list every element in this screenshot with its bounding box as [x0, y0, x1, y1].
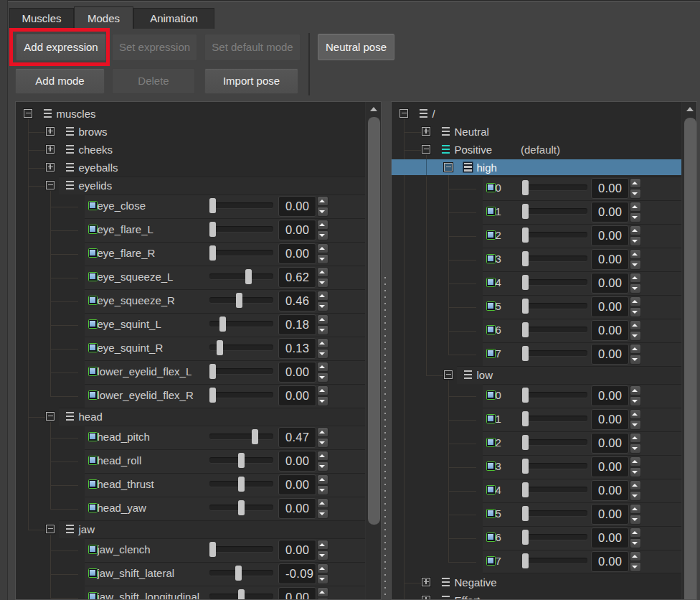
spinbox-down-arrow-icon[interactable]	[317, 349, 328, 359]
spinbox-value[interactable]: 0.00	[278, 220, 316, 240]
slider-groove[interactable]	[209, 226, 273, 232]
slider-groove[interactable]	[522, 463, 587, 469]
slider-groove[interactable]	[522, 416, 587, 421]
tree-group-row-negative[interactable]: Negative	[392, 573, 681, 591]
spinbox-down-arrow-icon[interactable]	[630, 396, 641, 406]
spinbox-up-arrow-icon[interactable]	[630, 480, 641, 490]
tree-item-row-5[interactable]: 50.00	[392, 502, 681, 526]
spinbox-up-arrow-icon[interactable]	[317, 385, 328, 395]
slider-handle[interactable]	[522, 299, 529, 314]
muscle-checkbox-icon[interactable]	[486, 485, 496, 494]
spinbox-down-arrow-icon[interactable]	[630, 355, 641, 365]
spinbox-value[interactable]: 0.00	[591, 202, 629, 222]
slider-handle[interactable]	[522, 388, 529, 403]
spinbox-down-arrow-icon[interactable]	[317, 207, 328, 217]
slider-groove[interactable]	[522, 534, 587, 540]
spinbox-up-arrow-icon[interactable]	[317, 314, 328, 324]
spinbox-up-arrow-icon[interactable]	[317, 427, 328, 437]
spinbox-down-arrow-icon[interactable]	[630, 491, 641, 501]
spinbox-up-arrow-icon[interactable]	[630, 456, 641, 467]
spinbox-value[interactable]: -0.09	[278, 563, 316, 584]
slider-handle[interactable]	[522, 530, 529, 545]
spinbox-up-arrow-icon[interactable]	[630, 528, 641, 538]
muscle-checkbox-icon[interactable]	[486, 207, 496, 216]
tree-item-row-2[interactable]: 20.00	[392, 224, 681, 248]
slider-groove[interactable]	[522, 208, 587, 214]
tree-group-row-positive[interactable]: Positive(default)	[392, 141, 681, 159]
slider-handle[interactable]	[522, 506, 529, 521]
spinbox-down-arrow-icon[interactable]	[317, 325, 328, 335]
expand-plus-icon[interactable]	[46, 163, 55, 172]
scrollbar-thumb[interactable]	[684, 118, 696, 600]
spinbox-up-arrow-icon[interactable]	[317, 498, 328, 508]
slider-handle[interactable]	[522, 251, 529, 266]
collapse-minus-icon[interactable]	[24, 109, 32, 118]
spinbox-down-arrow-icon[interactable]	[317, 485, 328, 495]
muscle-checkbox-icon[interactable]	[486, 556, 496, 566]
muscle-checkbox-icon[interactable]	[88, 390, 98, 400]
slider-handle[interactable]	[522, 204, 529, 219]
spinbox-value[interactable]: 0.00	[591, 504, 629, 525]
muscle-checkbox-icon[interactable]	[486, 183, 496, 192]
tree-item-row-1[interactable]: 10.00	[392, 408, 681, 431]
spinbox-value[interactable]: 0.00	[591, 178, 629, 199]
spinbox-down-arrow-icon[interactable]	[630, 283, 641, 294]
muscle-checkbox-icon[interactable]	[88, 432, 98, 441]
muscle-checkbox-icon[interactable]	[486, 438, 496, 447]
spinbox-up-arrow-icon[interactable]	[630, 409, 641, 419]
slider-groove[interactable]	[522, 303, 587, 309]
slider-groove[interactable]	[209, 202, 273, 208]
tree-item-row-1[interactable]: 10.00	[392, 200, 681, 224]
add-expression-button[interactable]: Add expression	[16, 34, 106, 61]
add-mode-button[interactable]: Add mode	[15, 68, 105, 94]
import-pose-button[interactable]: Import pose	[204, 68, 298, 94]
spinbox-up-arrow-icon[interactable]	[317, 540, 328, 550]
spinbox-down-arrow-icon[interactable]	[317, 230, 328, 240]
tree-item-row-6[interactable]: 60.00	[392, 526, 681, 550]
collapse-minus-icon[interactable]	[422, 145, 430, 154]
expand-plus-icon[interactable]	[46, 127, 55, 136]
tab-modes[interactable]: Modes	[74, 6, 133, 29]
spinbox-down-arrow-icon[interactable]	[630, 467, 641, 477]
spinbox-up-arrow-icon[interactable]	[317, 587, 328, 597]
spinbox-up-arrow-icon[interactable]	[317, 291, 328, 301]
spinbox-value[interactable]: 0.46	[278, 291, 316, 311]
tree-item-row-7[interactable]: 70.00	[392, 342, 681, 366]
slider-handle[interactable]	[235, 566, 242, 581]
slider-handle[interactable]	[245, 269, 252, 284]
slider-groove[interactable]	[522, 487, 587, 492]
muscle-checkbox-icon[interactable]	[88, 248, 98, 258]
slider-handle[interactable]	[238, 453, 245, 468]
mode-tree-scrollbar[interactable]	[681, 102, 697, 599]
muscle-checkbox-icon[interactable]	[486, 533, 496, 542]
spinbox-value[interactable]: 0.00	[278, 587, 316, 600]
expand-plus-icon[interactable]	[422, 127, 430, 136]
muscle-checkbox-icon[interactable]	[486, 461, 496, 471]
tree-item-row-eye-flare-l[interactable]: eye_flare_L0.00	[16, 218, 365, 242]
spinbox-up-arrow-icon[interactable]	[630, 202, 641, 212]
muscle-checkbox-icon[interactable]	[88, 272, 98, 281]
spinbox-down-arrow-icon[interactable]	[630, 189, 641, 199]
tree-item-row-jaw-shift-longitudinal[interactable]: jaw_shift_longitudinal0.00	[16, 586, 365, 600]
tree-group-row-effort[interactable]: Effort	[392, 591, 681, 600]
slider-handle[interactable]	[209, 542, 216, 557]
spinbox-value[interactable]: 0.00	[591, 249, 629, 270]
slider-handle[interactable]	[522, 435, 529, 450]
collapse-minus-icon[interactable]	[46, 412, 55, 421]
collapse-minus-icon[interactable]	[444, 370, 453, 379]
spinbox-up-arrow-icon[interactable]	[630, 385, 641, 395]
slider-handle[interactable]	[238, 477, 245, 492]
scrollbar-up-arrow-icon[interactable]	[682, 102, 697, 115]
set-expression-button[interactable]: Set expression	[112, 34, 197, 61]
slider-handle[interactable]	[522, 459, 529, 474]
collapse-minus-icon[interactable]	[399, 109, 408, 118]
spinbox-down-arrow-icon[interactable]	[630, 236, 641, 246]
slider-groove[interactable]	[522, 232, 587, 238]
spinbox-up-arrow-icon[interactable]	[630, 249, 641, 259]
tree-group-row-eyeballs[interactable]: eyeballs	[16, 159, 365, 177]
tree-item-row-3[interactable]: 30.00	[392, 248, 681, 271]
slider-groove[interactable]	[522, 279, 587, 285]
spinbox-down-arrow-icon[interactable]	[630, 331, 641, 341]
muscle-checkbox-icon[interactable]	[88, 456, 98, 465]
spinbox-up-arrow-icon[interactable]	[630, 296, 641, 306]
